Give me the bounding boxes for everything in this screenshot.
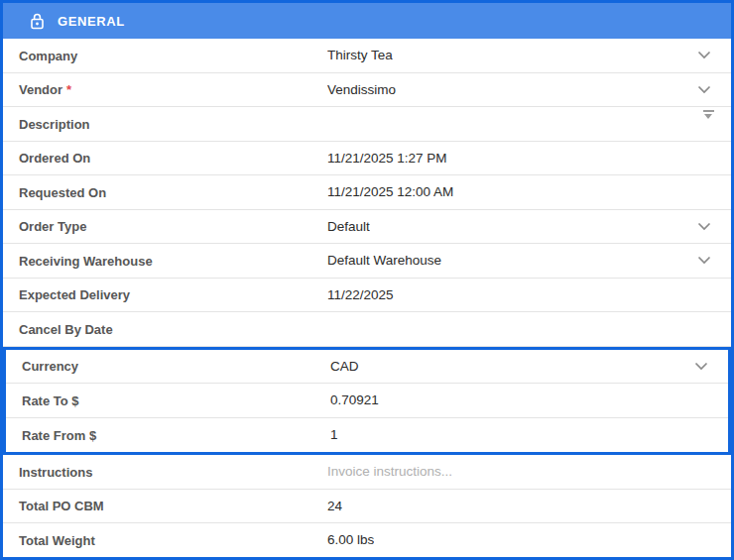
field-label-wrap: Rate To $ xyxy=(6,392,330,409)
form-row: Order Type Default xyxy=(3,210,731,245)
field-label: Expected Delivery xyxy=(19,287,130,302)
form-row: Total Weight 6.00 lbs xyxy=(3,523,731,558)
field-label-wrap: Instructions xyxy=(3,463,327,481)
form-row: Receiving Warehouse Default Warehouse xyxy=(3,244,731,279)
general-panel: GENERAL Company Thirsty Tea Vendor* Vend… xyxy=(0,0,734,560)
chevron-down-icon[interactable] xyxy=(697,222,711,231)
field-value-text: 24 xyxy=(327,499,342,513)
field-label-wrap: Rate From $ xyxy=(6,426,330,444)
field-value[interactable] xyxy=(327,107,731,141)
field-value[interactable]: Default xyxy=(327,210,689,244)
form-row: Cancel By Date xyxy=(3,312,731,347)
field-label: Vendor xyxy=(19,82,62,97)
field-label: Requested On xyxy=(19,185,106,200)
form-row: Description xyxy=(3,107,731,142)
rows-before-highlight: Company Thirsty Tea Vendor* Vendissimo D… xyxy=(3,39,731,347)
chevron-down-icon[interactable] xyxy=(697,85,711,94)
form-row: Currency CAD xyxy=(6,350,728,385)
required-asterisk: * xyxy=(66,82,71,97)
form-row: Total PO CBM 24 xyxy=(3,490,731,524)
field-value-text: Default Warehouse xyxy=(327,253,441,268)
field-value[interactable]: 0.70921 xyxy=(330,384,728,417)
field-value[interactable]: CAD xyxy=(330,350,686,384)
field-label: Total Weight xyxy=(19,533,95,548)
field-label-wrap: Total Weight xyxy=(3,531,327,549)
field-value[interactable]: Thirsty Tea xyxy=(327,39,689,72)
field-label: Company xyxy=(19,49,77,63)
rows-after-highlight: Instructions Invoice instructions... Tot… xyxy=(3,455,731,558)
field-label: Order Type xyxy=(19,219,86,234)
field-value-text: 11/21/2025 12:00 AM xyxy=(327,184,453,199)
field-value-text: 6.00 lbs xyxy=(327,532,374,547)
field-value[interactable]: 24 xyxy=(327,490,731,523)
form-row: Expected Delivery 11/22/2025 xyxy=(3,279,731,313)
form-row: Ordered On 11/21/2025 1:27 PM xyxy=(3,142,731,176)
chevron-down-icon[interactable] xyxy=(694,362,708,371)
textarea-handle-arrow xyxy=(704,114,712,119)
field-label: Rate From $ xyxy=(22,428,96,443)
field-label-wrap: Cancel By Date xyxy=(3,320,327,338)
field-value-text: Vendissimo xyxy=(327,82,396,97)
panel-header[interactable]: GENERAL xyxy=(3,3,731,39)
field-label: Instructions xyxy=(19,465,92,480)
currency-highlight-box: Currency CAD Rate To $ 0.70921 Rate From… xyxy=(3,347,731,456)
field-label: Total PO CBM xyxy=(19,499,104,513)
form-row: Vendor* Vendissimo xyxy=(3,73,731,108)
field-value-text: 11/22/2025 xyxy=(327,287,394,302)
field-value-text: Thirsty Tea xyxy=(327,48,393,62)
field-value[interactable] xyxy=(327,312,731,346)
field-label-wrap: Vendor* xyxy=(3,80,327,98)
lock-open-icon xyxy=(30,13,45,30)
field-value[interactable]: Default Warehouse xyxy=(327,244,689,278)
form-row: Instructions Invoice instructions... xyxy=(3,455,731,490)
field-label-wrap: Description xyxy=(3,115,327,133)
chevron-down-icon[interactable] xyxy=(697,51,711,59)
field-value[interactable]: 11/21/2025 1:27 PM xyxy=(327,142,731,175)
form-rows: Company Thirsty Tea Vendor* Vendissimo D… xyxy=(3,39,731,558)
field-label: Cancel By Date xyxy=(19,322,113,337)
field-label-wrap: Receiving Warehouse xyxy=(3,252,327,270)
field-value-text: 0.70921 xyxy=(330,392,379,407)
field-label-wrap: Total PO CBM xyxy=(3,497,327,514)
field-label-wrap: Ordered On xyxy=(3,149,327,167)
field-value-text: 11/21/2025 1:27 PM xyxy=(327,151,447,166)
field-label-wrap: Requested On xyxy=(3,183,327,201)
form-row: Rate From $ 1 xyxy=(6,418,728,453)
form-row: Requested On 11/21/2025 12:00 AM xyxy=(3,175,731,210)
field-value[interactable]: 1 xyxy=(330,418,728,453)
field-label: Rate To $ xyxy=(22,393,79,408)
textarea-collapse-icon[interactable] xyxy=(702,110,714,119)
field-label: Currency xyxy=(22,359,78,374)
field-label-wrap: Expected Delivery xyxy=(3,285,327,303)
field-value[interactable]: 11/21/2025 12:00 AM xyxy=(327,175,731,209)
form-row: Rate To $ 0.70921 xyxy=(6,384,728,418)
field-label-wrap: Currency xyxy=(6,357,330,375)
chevron-down-icon[interactable] xyxy=(697,256,711,265)
field-label-wrap: Company xyxy=(3,47,327,64)
textarea-handle-bar xyxy=(703,110,714,112)
field-value[interactable]: Invoice instructions... xyxy=(327,455,731,489)
field-value-text: 1 xyxy=(330,427,338,442)
field-value[interactable]: 11/22/2025 xyxy=(327,279,731,312)
field-value-text: Default xyxy=(327,219,370,234)
field-label: Receiving Warehouse xyxy=(19,254,153,269)
field-label: Description xyxy=(19,117,90,132)
field-value-text: CAD xyxy=(330,359,359,374)
panel-title: GENERAL xyxy=(58,14,125,29)
form-row: Company Thirsty Tea xyxy=(3,39,731,73)
field-label: Ordered On xyxy=(19,151,90,166)
field-value[interactable]: 6.00 lbs xyxy=(327,523,731,557)
field-value[interactable]: Vendissimo xyxy=(327,73,689,107)
field-label-wrap: Order Type xyxy=(3,217,327,235)
field-value-text: Invoice instructions... xyxy=(327,464,452,479)
